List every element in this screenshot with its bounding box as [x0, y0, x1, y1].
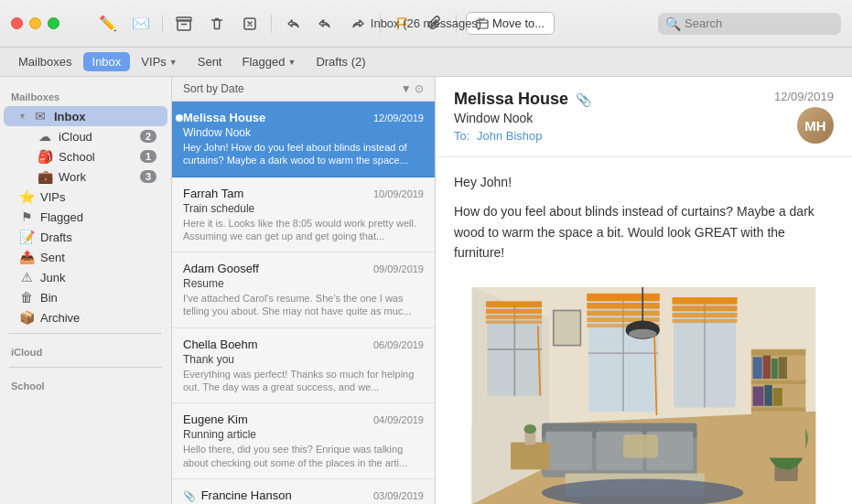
- svg-rect-52: [763, 355, 771, 378]
- sidebar-item-vips[interactable]: ⭐ VIPs: [4, 187, 167, 207]
- tab-flagged[interactable]: Flagged ▼: [232, 52, 305, 71]
- vips-chevron: ▼: [169, 58, 178, 67]
- svg-rect-51: [753, 357, 762, 379]
- traffic-lights: [11, 17, 59, 29]
- compose-button[interactable]: ✏️: [92, 11, 124, 37]
- sidebar-item-drafts[interactable]: 📝 Drafts: [4, 227, 167, 247]
- search-input[interactable]: [685, 16, 831, 30]
- svg-rect-13: [486, 320, 542, 323]
- email-greeting: Hey John!: [454, 172, 834, 192]
- email-item-top-2: Farrah Tam 10/09/2019: [183, 187, 424, 200]
- email-list-header: Sort by Date ▼ ⊙: [172, 77, 435, 102]
- flagged-chevron: ▼: [287, 58, 296, 67]
- svg-rect-38: [623, 434, 658, 457]
- detail-right: 12/09/2019 MH: [774, 90, 834, 144]
- svg-rect-49: [751, 380, 805, 383]
- detail-sender: Melissa House: [454, 90, 568, 109]
- email-item-5[interactable]: Eugene Kim 04/09/2019 Running article He…: [172, 403, 435, 479]
- sidebar-item-work[interactable]: 💼 Work 3: [4, 166, 167, 187]
- email-item-6[interactable]: 📎 Francine Hanson 03/09/2019 Desert Phot…: [172, 479, 435, 504]
- work-icon: 💼: [37, 169, 53, 184]
- svg-rect-46: [554, 310, 581, 345]
- sidebar: Mailboxes ▼ ✉ Inbox ☁ iCloud 2 🎒 School …: [0, 77, 172, 504]
- inbox-chevron: ▼: [18, 112, 27, 121]
- sidebar-item-junk[interactable]: ⚠ Junk: [4, 267, 167, 287]
- reply-all-button[interactable]: [310, 11, 341, 37]
- email-list: Sort by Date ▼ ⊙ Melissa House 12/09/201…: [172, 77, 436, 504]
- detail-subject: Window Nook: [454, 111, 591, 125]
- archive-button[interactable]: [168, 11, 200, 37]
- email-body-text: How do you feel about blinds instead of …: [454, 201, 834, 263]
- sort-label[interactable]: Sort by Date: [183, 82, 244, 95]
- email-item-top-5: Eugene Kim 04/09/2019: [183, 413, 424, 426]
- maximize-button[interactable]: [48, 17, 59, 29]
- delete-button[interactable]: [201, 11, 232, 37]
- vips-icon: ⭐: [18, 189, 35, 204]
- room-svg: [436, 287, 852, 504]
- tab-vips[interactable]: VIPs ▼: [132, 52, 186, 71]
- email-preview-2: Here it is. Looks like the 8:05 would wo…: [183, 217, 424, 243]
- avatar: MH: [797, 107, 834, 144]
- school-badge: 1: [140, 150, 156, 163]
- sidebar-item-icloud[interactable]: ☁ iCloud 2: [4, 126, 167, 146]
- sidebar-section-header: Mailboxes: [0, 84, 171, 106]
- get-mail-button[interactable]: ✉️: [125, 11, 156, 37]
- email-item-top-6: 📎 Francine Hanson 03/09/2019: [183, 488, 424, 502]
- email-item-3[interactable]: Adam Gooseff 09/09/2019 Resume I've atta…: [172, 252, 435, 328]
- svg-rect-1: [177, 17, 191, 21]
- tab-mailboxes[interactable]: Mailboxes: [9, 52, 81, 71]
- svg-rect-53: [771, 359, 778, 379]
- svg-rect-26: [672, 297, 737, 305]
- svg-rect-27: [672, 306, 737, 311]
- attachment-indicator-6: 📎: [183, 490, 196, 501]
- tab-inbox[interactable]: Inbox: [83, 52, 131, 71]
- detail-attachment-icon: 📎: [576, 92, 591, 107]
- sidebar-item-archive[interactable]: 📦 Archive: [4, 307, 167, 327]
- window-title: Inbox (26 messages): [371, 16, 481, 30]
- svg-rect-48: [751, 349, 805, 355]
- tab-sent[interactable]: Sent: [189, 52, 232, 71]
- sidebar-section-icloud: iCloud: [0, 339, 171, 361]
- email-body: Hey John! How do you feel about blinds i…: [436, 157, 852, 287]
- close-button[interactable]: [11, 17, 23, 29]
- email-preview-1: Hey John! How do you feel about blinds i…: [183, 141, 424, 167]
- toolbar-separator-2: [271, 15, 272, 33]
- svg-rect-11: [486, 308, 542, 313]
- svg-rect-54: [779, 357, 787, 379]
- email-item-2[interactable]: Farrah Tam 10/09/2019 Train schedule Her…: [172, 177, 435, 253]
- email-item-1[interactable]: Melissa House 12/09/2019 Window Nook Hey…: [172, 102, 435, 177]
- sidebar-item-sent[interactable]: 📤 Sent: [4, 247, 167, 267]
- svg-rect-57: [773, 388, 782, 406]
- email-item-4[interactable]: Chella Boehm 06/09/2019 Thank you Everyt…: [172, 328, 435, 404]
- sidebar-item-school[interactable]: 🎒 School 1: [4, 146, 167, 166]
- minimize-button[interactable]: [29, 17, 41, 29]
- search-icon: 🔍: [665, 16, 681, 31]
- search-bar[interactable]: 🔍: [658, 13, 841, 35]
- junk-button[interactable]: [234, 11, 265, 37]
- detail-date: 12/09/2019: [774, 90, 834, 103]
- svg-rect-35: [545, 431, 592, 469]
- bin-icon: 🗑: [18, 290, 35, 305]
- sidebar-section-school: School: [0, 373, 171, 395]
- sidebar-item-bin[interactable]: 🗑 Bin: [4, 287, 167, 307]
- email-preview-4: Everything was perfect! Thanks so much f…: [183, 368, 424, 394]
- main-area: Mailboxes ▼ ✉ Inbox ☁ iCloud 2 🎒 School …: [0, 77, 852, 504]
- svg-rect-29: [672, 318, 737, 322]
- email-detail: Melissa House 📎 Window Nook To: John Bis…: [436, 77, 852, 504]
- work-badge: 3: [140, 170, 156, 183]
- svg-point-32: [629, 328, 657, 338]
- detail-to: To: John Bishop: [454, 129, 591, 143]
- sidebar-item-inbox[interactable]: ▼ ✉ Inbox: [4, 106, 167, 126]
- email-item-top-3: Adam Gooseff 09/09/2019: [183, 262, 424, 275]
- email-subject-4: Thank you: [183, 353, 424, 366]
- sidebar-item-flagged[interactable]: ⚑ Flagged: [4, 207, 167, 227]
- svg-rect-12: [486, 315, 542, 318]
- reply-button[interactable]: [277, 11, 308, 37]
- tab-drafts[interactable]: Drafts (2): [307, 52, 374, 71]
- title-bar: ✏️ ✉️ Move to.: [0, 0, 852, 48]
- svg-rect-58: [511, 442, 549, 469]
- drafts-icon: 📝: [18, 230, 35, 244]
- svg-rect-55: [753, 386, 764, 405]
- email-items: Melissa House 12/09/2019 Window Nook Hey…: [172, 102, 435, 504]
- archive-icon: 📦: [18, 310, 35, 325]
